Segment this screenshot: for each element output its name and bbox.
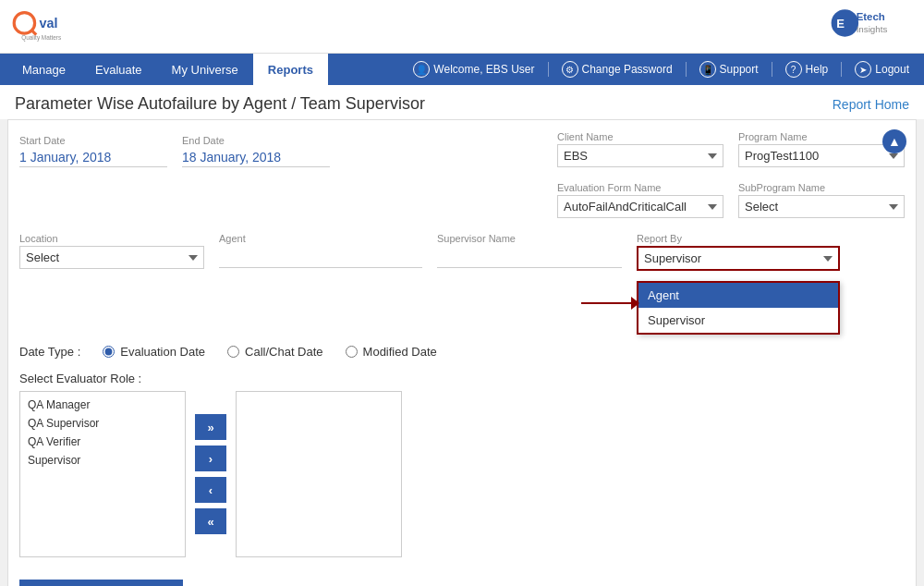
eval-form-label: Evaluation Form Name — [557, 182, 723, 193]
modified-date-radio[interactable] — [346, 346, 358, 358]
nav-bar: Manage Evaluate My Universe Reports 👤 We… — [0, 54, 924, 85]
etech-logo: E Etech Insights — [830, 7, 913, 46]
form-row-2: spacer Evaluation Form Name AutoFailAndC… — [19, 182, 905, 218]
start-date-label: Start Date — [19, 135, 167, 146]
end-date-label: End Date — [182, 135, 330, 146]
list-item[interactable]: QA Verifier — [24, 433, 181, 451]
evaluator-section: Select Evaluator Role : QA Manager QA Su… — [19, 372, 905, 557]
subprogram-group: SubProgram Name Select — [738, 182, 905, 218]
agent-label: Agent — [219, 233, 422, 244]
logo-area: val Quality Matters — [11, 7, 85, 46]
report-by-select[interactable]: Supervisor — [637, 246, 840, 271]
dropdown-option-agent[interactable]: Agent — [638, 283, 838, 308]
evaluation-date-label: Evaluation Date — [120, 345, 205, 359]
client-name-group: Client Name EBS — [557, 131, 723, 167]
svg-text:Insights: Insights — [857, 23, 888, 33]
nav-manage[interactable]: Manage — [7, 54, 80, 85]
date-type-label: Date Type : — [19, 345, 80, 359]
agent-group: Agent — [219, 233, 422, 268]
collapse-button[interactable]: ▲ — [882, 129, 906, 153]
supervisor-name-input[interactable] — [437, 246, 622, 268]
program-name-select[interactable]: ProgTest1100 — [738, 144, 905, 167]
evaluator-roles-right-list[interactable] — [236, 391, 402, 557]
qeval-logo: val Quality Matters — [11, 7, 85, 46]
evaluation-date-radio[interactable] — [103, 346, 115, 358]
top-header: val Quality Matters E Etech Insights — [0, 0, 924, 54]
list-item[interactable]: QA Manager — [24, 396, 181, 414]
location-label: Location — [19, 233, 204, 244]
nav-actions: 👤 Welcome, EBS User ⚙ Change Password 📱 … — [406, 61, 917, 78]
dropdown-option-supervisor[interactable]: Supervisor — [638, 308, 838, 333]
nav-universe[interactable]: My Universe — [157, 54, 253, 85]
agent-input[interactable] — [219, 246, 422, 268]
svg-text:Quality Matters: Quality Matters — [21, 34, 61, 42]
call-chat-date-radio[interactable] — [227, 346, 239, 358]
report-home-link[interactable]: Report Home — [833, 97, 909, 112]
program-name-label: Program Name — [738, 131, 905, 142]
generate-report-button[interactable]: GENERATE REPORT — [19, 580, 183, 586]
start-date-value: 1 January, 2018 — [19, 148, 167, 167]
eval-form-select[interactable]: AutoFailAndCriticalCall — [557, 195, 723, 218]
user-icon: 👤 — [413, 61, 430, 78]
end-date-group: End Date 18 January, 2018 — [182, 135, 330, 167]
subprogram-label: SubProgram Name — [738, 182, 905, 193]
evaluator-row: QA Manager QA Supervisor QA Verifier Sup… — [19, 391, 905, 557]
radio-evaluation-date: Evaluation Date — [103, 345, 205, 359]
report-by-dropdown: Agent Supervisor — [637, 281, 840, 335]
list-item[interactable]: QA Supervisor — [24, 414, 181, 433]
client-name-label: Client Name — [557, 131, 723, 142]
modified-date-label: Modified Date — [363, 345, 437, 359]
form-row-3: Location Select Agent Supervisor Name Re… — [19, 233, 905, 271]
nav-reports[interactable]: Reports — [253, 54, 328, 85]
location-group: Location Select — [19, 233, 204, 269]
nav-logout[interactable]: ➤ Logout — [847, 61, 917, 78]
nav-help[interactable]: ? Help — [778, 61, 836, 78]
nav-evaluate[interactable]: Evaluate — [80, 54, 157, 85]
eval-form-group: Evaluation Form Name AutoFailAndCritical… — [557, 182, 723, 218]
evaluator-roles-left-list[interactable]: QA Manager QA Supervisor QA Verifier Sup… — [19, 391, 186, 557]
svg-text:Etech: Etech — [857, 10, 885, 21]
location-select[interactable]: Select — [19, 246, 204, 269]
program-name-group: Program Name ProgTest1100 — [738, 131, 905, 167]
client-name-select[interactable]: EBS — [557, 144, 723, 167]
main-content: ▲ Start Date 1 January, 2018 End Date 18… — [7, 119, 917, 586]
date-type-row: Date Type : Evaluation Date Call/Chat Da… — [19, 345, 905, 359]
radio-call-chat-date: Call/Chat Date — [227, 345, 323, 359]
page-title: Parameter Wise Autofailure by Agent / Te… — [15, 94, 425, 114]
settings-icon: ⚙ — [562, 61, 578, 78]
transfer-left-button[interactable]: ‹ — [195, 477, 226, 503]
support-icon: 📱 — [699, 61, 716, 78]
list-item[interactable]: Supervisor — [24, 451, 181, 470]
start-date-group: Start Date 1 January, 2018 — [19, 135, 167, 167]
transfer-all-right-button[interactable]: » — [195, 414, 226, 440]
transfer-all-left-button[interactable]: « — [195, 508, 226, 534]
subprogram-select[interactable]: Select — [738, 195, 905, 218]
supervisor-name-group: Supervisor Name — [437, 233, 622, 268]
svg-text:E: E — [836, 16, 845, 30]
svg-point-4 — [832, 9, 858, 36]
svg-text:val: val — [39, 16, 57, 31]
evaluator-role-label: Select Evaluator Role : — [19, 372, 905, 385]
supervisor-name-label: Supervisor Name — [437, 233, 622, 244]
call-chat-date-label: Call/Chat Date — [245, 345, 323, 359]
nav-support[interactable]: 📱 Support — [692, 61, 766, 78]
page-title-bar: Parameter Wise Autofailure by Agent / Te… — [0, 85, 924, 119]
report-by-group: Report By Supervisor Agent Supervisor — [637, 233, 840, 271]
transfer-right-button[interactable]: › — [195, 446, 226, 471]
end-date-value: 18 January, 2018 — [182, 148, 330, 167]
help-icon: ? — [785, 61, 802, 78]
report-by-label: Report By — [637, 233, 840, 244]
logout-icon: ➤ — [855, 61, 871, 78]
nav-change-password[interactable]: ⚙ Change Password — [554, 61, 680, 78]
radio-modified-date: Modified Date — [346, 345, 437, 359]
transfer-buttons: » › ‹ « — [195, 414, 226, 534]
form-row-1: Start Date 1 January, 2018 End Date 18 J… — [19, 131, 905, 167]
nav-welcome: 👤 Welcome, EBS User — [406, 61, 541, 78]
